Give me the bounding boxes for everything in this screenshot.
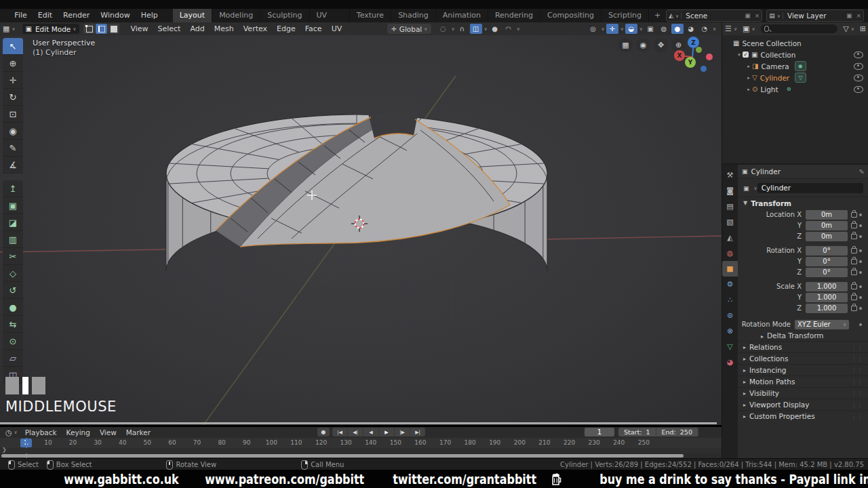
show-object-types[interactable]: ◎	[587, 24, 599, 34]
previous-keyframe-button[interactable]: ◀|	[348, 428, 363, 436]
menu-help[interactable]: Help	[136, 9, 163, 22]
camera-view[interactable]: ◉	[636, 38, 650, 52]
tool-spin[interactable]: ↺	[3, 282, 23, 299]
shading-material[interactable]: ◕	[685, 24, 697, 34]
outliner-item-scene-collection[interactable]: ▦Scene Collection	[722, 37, 868, 49]
animate-dot-icon[interactable]	[859, 249, 862, 252]
object-name-field[interactable]: Cylinder	[757, 183, 863, 193]
workspace-tab-shading[interactable]: Shading	[391, 9, 436, 22]
visibility-eye-icon[interactable]	[854, 63, 863, 70]
value-field[interactable]: 0m	[806, 210, 848, 220]
menu-render[interactable]: Render	[58, 9, 95, 22]
rotation-mode-dropdown[interactable]: XYZ Euler ∨	[795, 320, 849, 329]
auto-keying-button[interactable]: ●	[317, 428, 330, 436]
scene-unlink-button[interactable]: ×	[753, 12, 762, 19]
gizmo-x-axis[interactable]: X	[674, 50, 685, 61]
animate-dot-icon[interactable]	[859, 271, 862, 274]
snap-toggle[interactable]: ∩	[456, 24, 469, 34]
gizmo-neg-y-axis[interactable]	[696, 47, 702, 53]
add-workspace-button[interactable]: +	[649, 9, 666, 22]
gizmo-neg-x-axis[interactable]	[706, 54, 713, 60]
lock-icon[interactable]	[851, 295, 857, 300]
tool-shrink-fatten[interactable]: ⊙	[3, 333, 23, 350]
scene-selector[interactable]: ◭∨ Scene ▣ ×	[666, 9, 762, 22]
lock-icon[interactable]	[851, 306, 857, 311]
outliner-item-camera[interactable]: ▸◨Camera◉	[722, 60, 868, 72]
viewport-menu-mesh[interactable]: Mesh	[210, 24, 239, 33]
viewport-menu-select[interactable]: Select	[153, 24, 186, 33]
expander-icon[interactable]: ❯	[2, 447, 7, 453]
3d-viewport[interactable]: User Perspective (1) Cylinder ↖⊕✛↻⊡◉✎∡↥▣…	[0, 35, 722, 425]
disclosure-triangle[interactable]: ▸	[745, 87, 752, 92]
scene-copy-button[interactable]: ▣	[743, 12, 753, 19]
outliner-item-light[interactable]: ▸⊙Light⊚	[722, 83, 868, 95]
timeline-editor-type-button[interactable]: ◷∨	[3, 428, 20, 437]
tool-measure[interactable]: ∡	[3, 157, 23, 174]
tool-edge-slide[interactable]: ⇆	[3, 316, 23, 333]
panel-custom-properties[interactable]: ▸Custom Properties⋮⋮	[738, 410, 868, 422]
value-field[interactable]: 0°	[806, 246, 848, 256]
tab-view-layer[interactable]: ▧	[722, 214, 738, 230]
shading-solid[interactable]: ●	[671, 24, 684, 34]
workspace-tab-rendering[interactable]: Rendering	[488, 9, 540, 22]
mode-selector[interactable]: ▣ Edit Mode ∨	[22, 24, 80, 34]
collection-checkbox-icon[interactable]: ✓	[743, 52, 749, 58]
timeline-menu-view[interactable]: View	[95, 427, 121, 438]
timeline-track[interactable]: ❯	[0, 448, 722, 453]
outliner-filter-id-button[interactable]: ▣∨	[740, 24, 758, 33]
lock-icon[interactable]	[851, 234, 857, 239]
workspace-tab-sculpting[interactable]: Sculpting	[260, 9, 309, 22]
start-frame-field[interactable]: Start: 1	[618, 428, 656, 436]
lock-icon[interactable]	[851, 248, 857, 253]
menu-file[interactable]: File	[9, 9, 32, 22]
panel-viewport-display[interactable]: ▸Viewport Display⋮⋮	[738, 399, 868, 410]
timeline-scrollbar[interactable]	[1, 454, 684, 458]
gizmo-neg-z-axis[interactable]	[701, 66, 707, 72]
workspace-tab-uv-editing[interactable]: UV Editing	[310, 9, 350, 22]
visibility-eye-icon[interactable]	[854, 86, 863, 93]
value-field[interactable]: 0°	[806, 268, 848, 277]
panel-instancing[interactable]: ▸Instancing⋮⋮	[738, 364, 868, 375]
lock-icon[interactable]	[851, 270, 857, 275]
lock-icon[interactable]	[851, 212, 857, 218]
pivot-point[interactable]: ◌	[437, 24, 449, 34]
end-frame-field[interactable]: End: 250	[656, 428, 698, 436]
panel-motion-paths[interactable]: ▸Motion Paths⋮⋮	[738, 375, 868, 387]
viewport-menu-face[interactable]: Face	[300, 24, 327, 33]
tool-shear[interactable]: ▱	[3, 350, 23, 367]
panel-collections[interactable]: ▸Collections⋮⋮	[738, 352, 868, 364]
animate-dot-icon[interactable]	[859, 235, 862, 238]
timeline-menu-keying[interactable]: Keying	[62, 427, 95, 438]
tool-poly-build[interactable]: ◇	[3, 265, 23, 282]
timeline-menu-marker[interactable]: Marker	[121, 427, 155, 438]
editor-type-button[interactable]: ▦∨	[0, 24, 18, 33]
tab-tool[interactable]: ⚒	[722, 167, 738, 183]
timeline-scrubber[interactable]: 1020304050607080901001101201301401501601…	[0, 438, 722, 449]
animate-dot-icon[interactable]	[859, 214, 862, 216]
workspace-tab-modeling[interactable]: Modeling	[212, 9, 260, 22]
viewport-menu-uv[interactable]: UV	[327, 24, 347, 33]
tab-object-data[interactable]: ▽	[722, 339, 738, 354]
animate-dot-icon[interactable]	[859, 296, 862, 299]
tool-extrude-region[interactable]: ↥	[3, 180, 23, 197]
workspace-tab-scripting[interactable]: Scripting	[601, 9, 649, 22]
next-keyframe-button[interactable]: |▶	[395, 428, 410, 436]
tab-render[interactable]: ◙	[722, 183, 738, 199]
menu-edit[interactable]: Edit	[33, 9, 58, 22]
play-reverse-button[interactable]: ◀	[363, 428, 379, 436]
visibility-eye-icon[interactable]	[854, 75, 863, 81]
tab-modifiers[interactable]: ⚙	[722, 277, 738, 292]
jump-to-start-button[interactable]: |◀	[332, 428, 348, 436]
face-select-button[interactable]	[108, 24, 119, 34]
delta-transform-panel[interactable]: ▸Delta Transform	[738, 330, 868, 341]
value-field[interactable]: 0m	[806, 232, 848, 241]
overlays-toggle[interactable]: ◒	[625, 24, 637, 34]
xray-toggle[interactable]: ▣	[644, 24, 656, 34]
perspective-toggle[interactable]: ▦	[618, 38, 633, 52]
tool-knife[interactable]: ✂	[3, 248, 23, 265]
tab-scene[interactable]: ◭	[722, 230, 738, 245]
viewport-menu-vertex[interactable]: Vertex	[239, 24, 272, 33]
animate-dot-icon[interactable]	[859, 307, 862, 310]
value-field[interactable]: 1.000	[806, 293, 848, 302]
tool-rotate[interactable]: ↻	[3, 89, 23, 106]
